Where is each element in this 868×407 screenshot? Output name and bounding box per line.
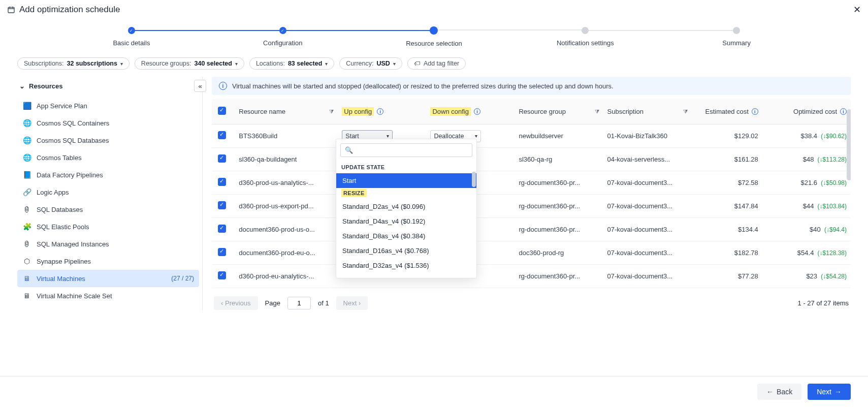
info-icon[interactable]: i [377,108,383,115]
resource-type-icon: 🌐 [22,136,31,145]
cell-resource-name: document360-prod-us-o... [235,218,338,241]
row-checkbox[interactable] [218,248,226,256]
sidebar-item-cosmos-tables[interactable]: 🌐Cosmos Tables [17,149,199,166]
cell-optimized-cost: $38.4 $90.62 [762,124,851,148]
row-checkbox[interactable] [218,154,226,163]
col-resource-name: Resource name [239,108,285,115]
cell-optimized-cost: $48 $113.28 [762,288,851,289]
chevron-down-icon: ▾ [325,61,328,67]
cell-subscription: 07-kovai-document3... [603,171,692,195]
calendar-icon [7,6,15,14]
close-icon[interactable]: ✕ [853,4,861,15]
savings-badge: $50.98 [821,179,847,186]
table-row: d360-prod-us-export-pd...rg-document360-… [212,195,851,218]
cell-subscription: 07-kovai-document3... [603,265,692,288]
col-optimized-cost: Optimized cost [793,108,837,115]
cell-estimated-cost: $161.28 [692,148,762,171]
dropdown-option[interactable]: Standard_D16as_v4 ($0.768) [336,243,476,258]
sidebar-item-synapse-pipelines[interactable]: ⬡Synapse Pipelines [17,253,199,270]
sidebar-item-virtual-machine-scale-set[interactable]: 🖥Virtual Machine Scale Set [17,287,199,304]
up-config-dropdown-panel: 🔍 UPDATE STATE Start RESIZE Standard_D2a… [336,139,477,278]
chevron-down-icon: ▾ [120,61,123,67]
cell-resource-group: rg-document360-pr... [515,195,603,218]
dropdown-scrollbar[interactable] [472,172,476,187]
resource-type-icon: 🛢 [22,205,31,214]
sidebar-item-logic-apps[interactable]: 🔗Logic Apps [17,183,199,201]
cell-resource-name: d360-prod-eu-analytics-... [235,265,338,288]
resources-table: Resource name⧩ Up configi Down configi R… [212,99,851,288]
table-row: d360-prod-eu-analytics-...rg-document360… [212,265,851,288]
info-icon[interactable]: i [840,108,847,115]
chevron-down-icon[interactable]: ⌄ [19,82,25,90]
savings-badge: $54.28 [821,273,847,280]
pager-page-label: Page [265,299,280,307]
sidebar-item-cosmos-sql-containers[interactable]: 🌐Cosmos SQL Containers [17,114,199,132]
col-resource-group: Resource group [519,108,566,115]
sidebar-item-sql-databases[interactable]: 🛢SQL Databases [17,201,199,218]
cell-resource-name: sl360-qa-buildagent [235,148,338,171]
resource-type-icon: 🖥 [22,274,31,283]
filter-resource-groups[interactable]: Resource groups: 340 selected ▾ [135,57,244,70]
resource-type-icon: 🔗 [22,187,31,197]
row-checkbox[interactable] [218,225,226,233]
row-checkbox[interactable] [218,201,226,209]
resource-type-icon: 🧩 [22,222,31,231]
sidebar-item-label: Synapse Pipelines [37,258,91,265]
sidebar-item-virtual-machines[interactable]: 🖥Virtual Machines(27 / 27) [17,270,199,287]
chevron-right-icon: › [359,299,361,307]
cell-estimated-cost: $77.28 [692,265,762,288]
cell-resource-group: rg-document360-pr... [515,171,603,195]
pager-previous-button[interactable]: ‹ Previous [214,296,258,310]
filter-locations[interactable]: Locations: 83 selected ▾ [249,57,334,70]
cell-resource-group: doc360-prod-rg [515,241,603,265]
filter-icon[interactable]: ⧩ [329,108,334,115]
sidebar-item-sql-managed-instances[interactable]: 🛢SQL Managed Instances [17,235,199,253]
sidebar-item-app-service-plan[interactable]: 🟦App Service Plan [17,97,199,114]
cell-estimated-cost: $182.78 [692,241,762,265]
cell-estimated-cost: $147.84 [692,195,762,218]
dropdown-option[interactable]: Standard_D4as_v4 ($0.192) [336,214,476,229]
svg-rect-0 [8,7,14,13]
filter-currency[interactable]: Currency: USD ▾ [339,57,402,70]
dropdown-option[interactable]: Standard_D48as_v4 ($2.304) [336,273,476,278]
step-basic-details[interactable]: Basic details [56,27,207,47]
pager-page-input[interactable] [287,297,311,309]
dropdown-option[interactable]: Standard_D32as_v4 ($1.536) [336,258,476,273]
sidebar-item-label: Cosmos SQL Databases [37,137,109,144]
dropdown-search-input[interactable] [356,146,468,154]
info-icon: i [219,82,227,90]
row-checkbox[interactable] [218,178,226,186]
col-down-config: Down config [430,107,471,116]
cell-resource-group: rg-document360-pr... [515,288,603,289]
cell-optimized-cost: $23 $54.28 [762,265,851,288]
filter-icon[interactable]: ⧩ [595,108,599,115]
search-icon: 🔍 [345,146,353,154]
sidebar-item-data-factory-pipelines[interactable]: 📘Data Factory Pipelines [17,166,199,183]
tag-icon: 🏷 [414,60,421,67]
dropdown-option[interactable]: Standard_D2as_v4 ($0.096) [336,199,476,214]
sidebar-item-cosmos-sql-databases[interactable]: 🌐Cosmos SQL Databases [17,132,199,149]
chevron-left-icon: ‹ [221,299,223,307]
table-scrollbar[interactable] [847,109,851,180]
row-checkbox[interactable] [218,271,226,279]
cell-resource-name: document360-prod-eu-o... [235,241,338,265]
cell-resource-name: d360-prod-us-export-pd... [235,195,338,218]
cell-subscription: 07-kovai-document3... [603,218,692,241]
filter-subscriptions[interactable]: Subscriptions: 32 subscriptions ▾ [17,57,130,70]
filter-add-tag[interactable]: 🏷 Add tag filter [407,57,466,70]
info-icon[interactable]: i [474,108,480,115]
select-all-checkbox[interactable] [218,107,226,115]
dropdown-option[interactable]: Start [336,173,476,188]
dropdown-option[interactable]: Standard_D8as_v4 ($0.384) [336,229,476,243]
row-checkbox[interactable] [218,131,226,139]
col-up-config: Up config [342,107,374,116]
step-dot [430,26,438,35]
pager-next-button[interactable]: Next › [336,296,368,310]
table-row: BTS360BuildStart▾Deallocate▾newbuildserv… [212,124,851,148]
cell-optimized-cost: $44 $103.84 [762,195,851,218]
info-icon[interactable]: i [752,108,758,115]
filter-icon[interactable]: ⧩ [683,108,688,115]
sidebar-item-sql-elastic-pools[interactable]: 🧩SQL Elastic Pools [17,218,199,235]
savings-badge: $94.4 [824,226,847,233]
cell-resource-group: rg-document360-pr... [515,218,603,241]
